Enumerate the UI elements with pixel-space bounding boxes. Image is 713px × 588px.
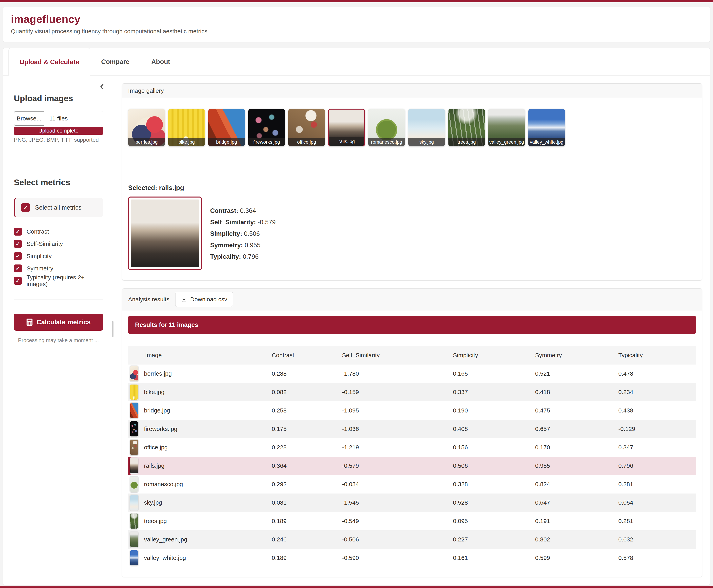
table-row-valley-green[interactable]: valley_green.jpg 0.246 -0.506 0.227 0.80…: [128, 530, 696, 549]
gallery-item-office[interactable]: office.jpg: [288, 109, 325, 146]
main-tab-card: Upload & Calculate Compare About ‹ Uploa…: [3, 48, 710, 585]
cell-contrast: 0.288: [272, 370, 342, 377]
upload-formats-note: PNG, JPEG, BMP, TIFF supported: [14, 137, 103, 143]
thumbnail-caption: fireworks.jpg: [249, 138, 285, 146]
selected-image-heading: Selected: rails.jpg: [128, 184, 696, 192]
calculate-metrics-button[interactable]: Calculate metrics: [14, 314, 103, 331]
column-header-symmetry: Symmetry: [535, 352, 618, 359]
bridge-row-thumbnail: [130, 402, 138, 419]
metric-line-typicality: Typicality: 0.796: [210, 251, 276, 262]
selected-image-preview: [128, 196, 202, 270]
app-subtitle: Quantify visual processing fluency throu…: [11, 28, 702, 35]
thumbnail-caption: valley_green.jpg: [489, 138, 525, 146]
gallery-item-rails-selected[interactable]: rails.jpg: [328, 109, 365, 146]
row-filename: bridge.jpg: [144, 407, 170, 414]
row-filename: berries.jpg: [144, 370, 172, 377]
symmetry-checkbox[interactable]: ✓: [14, 265, 22, 272]
cell-contrast: 0.189: [272, 554, 342, 561]
files-field[interactable]: 11 files: [44, 111, 103, 126]
cell-self-similarity: -0.579: [342, 462, 453, 469]
tab-compare[interactable]: Compare: [90, 48, 141, 75]
typicality-checkbox[interactable]: ✓: [14, 277, 22, 285]
cell-typicality: 0.578: [618, 554, 696, 561]
cell-typicality: 0.234: [618, 389, 696, 395]
metric-value: 0.506: [244, 230, 260, 237]
cell-contrast: 0.189: [272, 518, 342, 524]
download-csv-button[interactable]: Download csv: [175, 292, 233, 307]
cell-simplicity: 0.408: [453, 425, 535, 432]
valley-white-row-thumbnail: [130, 550, 138, 566]
metric-option-typicality[interactable]: ✓ Typicality (requires 2+ images): [14, 275, 103, 287]
table-row-office[interactable]: office.jpg 0.228 -1.219 0.156 0.170 0.34…: [128, 438, 696, 457]
metric-option-contrast[interactable]: ✓ Contrast: [14, 226, 103, 238]
metric-option-self-similarity[interactable]: ✓ Self-Similarity: [14, 238, 103, 250]
simplicity-checkbox[interactable]: ✓: [14, 252, 22, 260]
metric-label: Typicality:: [210, 253, 241, 260]
select-all-checkbox[interactable]: ✓: [21, 203, 30, 212]
table-row-sky[interactable]: sky.jpg 0.081 -1.545 0.528 0.647 0.054: [128, 493, 696, 512]
gallery-item-fireworks[interactable]: fireworks.jpg: [248, 109, 285, 146]
thumbnail-caption: bridge.jpg: [208, 138, 245, 146]
metric-label: Simplicity:: [210, 230, 242, 237]
thumbnail-caption: romanesco.jpg: [368, 138, 405, 146]
metric-line-self-similarity: Self_Similarity: -0.579: [210, 216, 276, 228]
table-row-bike[interactable]: bike.jpg 0.082 -0.159 0.337 0.418 0.234: [128, 383, 696, 401]
select-all-label: Select all metrics: [35, 204, 81, 211]
gallery-item-trees[interactable]: trees.jpg: [448, 109, 485, 146]
gallery-item-valley-green[interactable]: valley_green.jpg: [488, 109, 525, 146]
table-row-bridge[interactable]: bridge.jpg 0.258 -1.095 0.190 0.475 0.43…: [128, 401, 696, 420]
gallery-item-berries[interactable]: berries.jpg: [128, 109, 165, 146]
cell-contrast: 0.258: [272, 407, 342, 414]
symmetry-label: Symmetry: [26, 265, 53, 272]
metric-option-simplicity[interactable]: ✓ Simplicity: [14, 250, 103, 262]
analysis-results-title: Analysis results: [128, 296, 169, 303]
browse-button[interactable]: Browse...: [14, 111, 44, 126]
cell-contrast: 0.292: [272, 481, 342, 487]
table-row-romanesco[interactable]: romanesco.jpg 0.292 -0.034 0.328 0.824 0…: [128, 475, 696, 493]
berries-row-thumbnail: [130, 365, 138, 382]
table-row-rails-highlighted[interactable]: rails.jpg 0.364 -0.579 0.506 0.955 0.796: [128, 457, 696, 475]
contrast-checkbox[interactable]: ✓: [14, 228, 22, 235]
cell-symmetry: 0.418: [535, 389, 618, 395]
calculate-metrics-label: Calculate metrics: [37, 318, 90, 326]
thumbnail-caption: bike.jpg: [168, 138, 205, 146]
sidebar-scrollbar[interactable]: [112, 321, 113, 337]
thumbnail-row: berries.jpg bike.jpg bridge.jpg fir: [128, 109, 696, 146]
cell-simplicity: 0.506: [453, 462, 535, 469]
table-row-valley-white[interactable]: valley_white.jpg 0.189 -0.590 0.161 0.59…: [128, 549, 696, 567]
cell-simplicity: 0.161: [453, 554, 535, 561]
cell-simplicity: 0.528: [453, 499, 535, 506]
gallery-item-bike[interactable]: bike.jpg: [168, 109, 205, 146]
gallery-item-valley-white[interactable]: valley_white.jpg: [528, 109, 565, 146]
romanesco-row-thumbnail: [130, 476, 138, 492]
sidebar-collapse-button[interactable]: ‹: [100, 80, 104, 92]
selected-image-section: Contrast: 0.364 Self_Similarity: -0.579 …: [128, 196, 696, 270]
gallery-item-bridge[interactable]: bridge.jpg: [208, 109, 245, 146]
thumbnail-caption: rails.jpg: [329, 137, 364, 146]
results-count-banner: Results for 11 images: [128, 316, 696, 334]
self-similarity-checkbox[interactable]: ✓: [14, 240, 22, 248]
table-row-berries[interactable]: berries.jpg 0.288 -1.780 0.165 0.521 0.4…: [128, 364, 696, 383]
cell-symmetry: 0.824: [535, 481, 618, 487]
table-row-fireworks[interactable]: fireworks.jpg 0.175 -1.036 0.408 0.657 -…: [128, 420, 696, 438]
cell-simplicity: 0.156: [453, 444, 535, 451]
sidebar: ‹ Upload images Browse... 11 files Uploa…: [3, 76, 114, 585]
gallery-item-romanesco[interactable]: romanesco.jpg: [368, 109, 405, 146]
gallery-item-sky[interactable]: sky.jpg: [408, 109, 445, 146]
cell-typicality: 0.478: [618, 370, 696, 377]
sky-row-thumbnail: [130, 495, 138, 511]
analysis-results-body: Results for 11 images Image Contrast Sel…: [122, 311, 702, 577]
calculator-icon: [26, 318, 33, 326]
metric-option-symmetry[interactable]: ✓ Symmetry: [14, 262, 103, 275]
tab-about[interactable]: About: [141, 48, 181, 75]
select-all-metrics-item[interactable]: ✓ Select all metrics: [14, 198, 103, 217]
table-row-trees[interactable]: trees.jpg 0.189 -0.549 0.095 0.191 0.281: [128, 512, 696, 530]
cell-simplicity: 0.190: [453, 407, 535, 414]
thumbnail-caption: berries.jpg: [128, 138, 165, 146]
metric-options-list: ✓ Contrast ✓ Self-Similarity ✓ Simplicit…: [14, 226, 103, 287]
cell-symmetry: 0.802: [535, 536, 618, 543]
tab-upload-calculate[interactable]: Upload & Calculate: [8, 48, 90, 76]
valley-green-row-thumbnail: [130, 531, 138, 548]
column-header-image: Image: [128, 352, 272, 359]
cell-symmetry: 0.521: [535, 370, 618, 377]
